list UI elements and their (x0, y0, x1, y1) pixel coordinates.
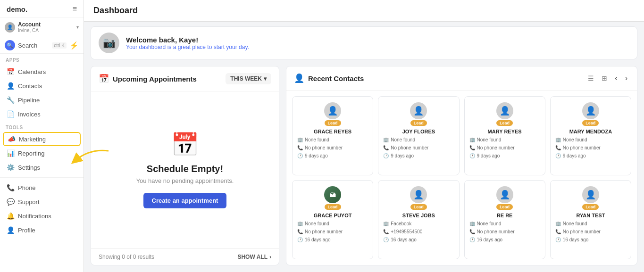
contacts-header-icon: 👤 (294, 73, 304, 83)
contact-time: 🕐 16 days ago (297, 237, 368, 242)
appointments-header: 📅 Upcoming Appointments THIS WEEK ▾ (91, 66, 279, 91)
phone-detail-icon: 📞 (383, 229, 389, 234)
sidebar-item-settings[interactable]: ⚙️ Settings (0, 160, 84, 174)
contact-phone: 📞 No phone number (555, 145, 626, 150)
contact-address: 🏢 None found (383, 137, 454, 142)
address-icon: 🏢 (383, 137, 389, 142)
clock-icon: 🕐 (555, 153, 561, 158)
contact-phone: 📞 No phone number (469, 229, 540, 234)
contact-card[interactable]: 👤 Lead GRACE REYES 🏢 None found 📞 No pho… (292, 96, 373, 175)
address-icon: 🏢 (469, 137, 475, 142)
show-all-button[interactable]: SHOW ALL › (237, 254, 271, 260)
tools-section-label: Tools (0, 121, 84, 132)
grid-view-button[interactable]: ⊞ (600, 74, 609, 83)
contact-name: RE RE (497, 213, 513, 218)
contacts-icon: 👤 (7, 82, 14, 90)
contacts-label: Contacts (18, 82, 42, 90)
search-bar[interactable]: 🔍 Search ctrl K ⚡ (0, 37, 84, 54)
contact-card[interactable]: 👤 Lead MARY REYES 🏢 None found 📞 No phon… (464, 96, 545, 175)
appointments-title: Upcoming Appointments (113, 75, 197, 83)
hamburger-icon[interactable]: ≡ (73, 5, 77, 13)
create-appointment-button[interactable]: Create an appointment (143, 193, 227, 208)
search-label: Search (18, 42, 49, 49)
sidebar-item-pipeline[interactable]: 🔧 Pipeline (0, 93, 84, 107)
sidebar-item-phone[interactable]: 📞 Phone (0, 181, 84, 195)
contact-address: 🏢 None found (555, 221, 626, 226)
contact-card[interactable]: 🏔 Lead GRACE PUYOT 🏢 None found 📞 No pho… (292, 180, 373, 259)
invoices-label: Invoices (18, 111, 41, 118)
phone-detail-icon: 📞 (555, 229, 561, 234)
show-all-label: SHOW ALL (237, 254, 268, 260)
account-avatar: 👤 (5, 22, 15, 33)
settings-icon: ⚙️ (7, 164, 14, 171)
contact-time: 🕐 16 days ago (469, 237, 540, 242)
address-icon: 🏢 (383, 221, 389, 226)
calendars-icon: 📅 (7, 68, 14, 75)
contact-card[interactable]: 👤 Lead MARY MENDOZA 🏢 None found 📞 No ph… (550, 96, 631, 175)
contact-time: 🕐 9 days ago (297, 153, 368, 158)
sidebar-item-contacts[interactable]: 👤 Contacts (0, 79, 84, 93)
clock-icon: 🕐 (383, 153, 389, 158)
contact-time: 🕐 16 days ago (555, 237, 626, 242)
show-all-arrow-icon: › (269, 254, 271, 260)
contact-card[interactable]: 👤 Lead JOY FLORES 🏢 None found 📞 No phon… (378, 96, 459, 175)
contact-avatar: 👤 (582, 186, 599, 203)
profile-label: Profile (18, 227, 35, 234)
sidebar-divider (0, 177, 84, 178)
lead-badge: Lead (325, 120, 341, 126)
contact-card[interactable]: 👤 Lead STEVE JOBS 🏢 Facebook 📞 +19495554… (378, 180, 459, 259)
welcome-subtitle: Your dashboard is a great place to start… (126, 44, 249, 50)
schedule-empty-subtitle: You have no pending appointments. (136, 177, 234, 184)
contact-address: 🏢 None found (469, 137, 540, 142)
contact-avatar: 👤 (324, 102, 341, 119)
address-icon: 🏢 (555, 221, 561, 226)
sidebar-item-notifications[interactable]: 🔔 Notifications (0, 209, 84, 223)
lead-badge: Lead (582, 120, 599, 126)
profile-icon: 👤 (7, 226, 14, 234)
schedule-empty-title: Schedule Empty! (147, 164, 223, 174)
next-contacts-button[interactable]: › (623, 73, 629, 83)
contact-time: 🕐 16 days ago (383, 237, 454, 242)
search-action-icon: ⚡ (69, 41, 79, 50)
contact-phone: 📞 +19495554500 (383, 229, 454, 234)
account-selector[interactable]: 👤 Account Irvine, CA ▾ (0, 17, 84, 37)
sidebar-item-reporting[interactable]: 📊 Reporting (0, 146, 84, 160)
calendar-header-icon: 📅 (99, 74, 109, 84)
contacts-header: 👤 Recent Contacts ☰ ⊞ ‹ › (286, 66, 637, 91)
contact-card[interactable]: 👤 Lead RYAN TEST 🏢 None found 📞 No phone… (550, 180, 631, 259)
marketing-icon: 📣 (8, 135, 15, 143)
calendars-label: Calendars (18, 68, 46, 75)
sidebar-item-invoices[interactable]: 📄 Invoices (0, 107, 84, 121)
prev-contacts-button[interactable]: ‹ (613, 73, 619, 83)
welcome-banner-wrap: 📷 Welcome back, Kaye! Your dashboard is … (84, 22, 644, 59)
sidebar-item-profile[interactable]: 👤 Profile (0, 223, 84, 237)
user-avatar: 📷 (99, 33, 119, 53)
sidebar-item-marketing[interactable]: 📣 Marketing (3, 132, 81, 146)
sidebar-item-support[interactable]: 💬 Support (0, 195, 84, 209)
apps-section-label: Apps (0, 54, 84, 65)
contact-time: 🕐 9 days ago (555, 153, 626, 158)
contact-address: 🏢 Facebook (383, 221, 454, 226)
contact-card[interactable]: 👤 Lead RE RE 🏢 None found 📞 No phone num… (464, 180, 545, 259)
contact-name: STEVE JOBS (402, 213, 435, 218)
contact-address: 🏢 None found (555, 137, 626, 142)
account-name: Account (18, 21, 74, 28)
sidebar: demo. ≡ 👤 Account Irvine, CA ▾ 🔍 Search … (0, 0, 84, 272)
lead-badge: Lead (582, 204, 599, 210)
contact-phone: 📞 No phone number (469, 145, 540, 150)
search-shortcut: ctrl K (52, 42, 67, 49)
appointments-panel: 📅 Upcoming Appointments THIS WEEK ▾ 📅 Sc… (91, 66, 279, 265)
marketing-label: Marketing (19, 136, 46, 143)
contact-time: 🕐 9 days ago (383, 153, 454, 158)
contact-address: 🏢 None found (297, 221, 368, 226)
logo-area: demo. ≡ (0, 0, 84, 17)
sidebar-item-calendars[interactable]: 📅 Calendars (0, 65, 84, 79)
lead-badge: Lead (496, 204, 513, 210)
week-selector-button[interactable]: THIS WEEK ▾ (226, 73, 271, 84)
support-icon: 💬 (7, 198, 14, 206)
contact-time: 🕐 9 days ago (469, 153, 540, 158)
contact-avatar: 👤 (410, 186, 427, 203)
contact-address: 🏢 None found (297, 137, 368, 142)
list-view-button[interactable]: ☰ (586, 74, 596, 83)
lead-badge: Lead (496, 120, 513, 126)
